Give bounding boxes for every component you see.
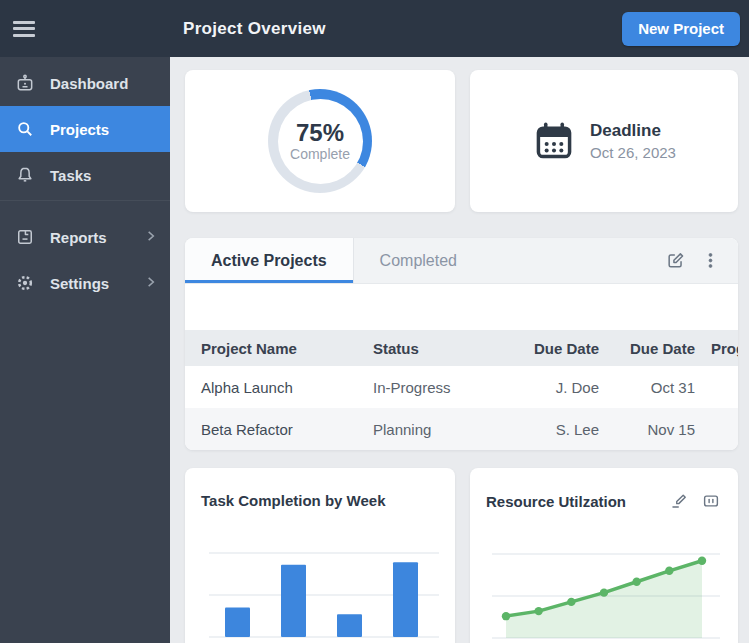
more-options-icon[interactable]: [701, 251, 720, 270]
bar-chart: [201, 519, 443, 642]
progress-card: 75% Complete: [185, 70, 455, 212]
deadline-date: Oct 26, 2023: [590, 144, 676, 161]
deadline-title: Deadline: [590, 121, 676, 141]
top-header: Project Overview New Project: [0, 0, 749, 57]
sidebar-item-projects[interactable]: Projects: [0, 106, 170, 152]
dashboard-icon: [15, 73, 35, 93]
column-header: Status: [365, 340, 513, 357]
progress-percent: 75%: [296, 120, 344, 145]
panel-spacer: [185, 284, 738, 330]
sidebar-item-label: Tasks: [50, 167, 91, 184]
page-title: Project Overview: [183, 19, 326, 39]
sidebar-item-reports[interactable]: Reports: [0, 214, 170, 260]
cell-project-name: Beta Refactor: [185, 421, 365, 438]
sidebar: Dashboard Projects Tasks Reports: [0, 57, 170, 643]
cell-project-name: Alpha Launch: [185, 379, 365, 396]
column-header: Project Name: [185, 340, 365, 357]
cell-due-date: Oct 31: [607, 379, 703, 396]
progress-label: Complete: [290, 146, 350, 162]
cell-progress: 80%: [703, 379, 738, 396]
column-header: Due Date: [513, 340, 607, 357]
task-completion-card: Task Completion by Week: [185, 468, 455, 643]
cell-due-date: Nov 15: [607, 421, 703, 438]
sidebar-item-label: Projects: [50, 121, 109, 138]
gear-icon: [15, 273, 35, 293]
edit-pencil-icon[interactable]: [670, 492, 688, 510]
chevron-right-icon: [144, 275, 158, 292]
main-content: 75% Complete: [170, 57, 749, 643]
sidebar-item-label: Settings: [50, 275, 109, 292]
cell-owner: S. Lee: [513, 421, 607, 438]
sidebar-item-label: Reports: [50, 229, 107, 246]
deadline-card: Deadline Oct 26, 2023: [470, 70, 738, 212]
calendar-icon: [532, 119, 576, 163]
projects-table: Project Name Status Due Date Due Date Pr…: [185, 330, 738, 450]
table-header-row: Project Name Status Due Date Due Date Pr…: [185, 330, 738, 366]
line-chart-title: Resource Utilzation: [486, 493, 626, 510]
new-project-button[interactable]: New Project: [622, 12, 740, 46]
sidebar-item-tasks[interactable]: Tasks: [0, 152, 170, 198]
table-row[interactable]: Beta Refactor Planning S. Lee Nov 15 30%: [185, 408, 738, 450]
table-row[interactable]: Alpha Launch In-Progress J. Doe Oct 31 8…: [185, 366, 738, 408]
column-header: Due Date: [607, 340, 703, 357]
cell-progress: 30%: [703, 421, 738, 438]
chevron-right-icon: [144, 229, 158, 246]
edit-icon[interactable]: [666, 251, 685, 270]
cell-status: Planning: [365, 421, 513, 438]
sidebar-item-dashboard[interactable]: Dashboard: [0, 60, 170, 106]
bar-chart-title: Task Completion by Week: [201, 492, 386, 509]
tab-completed[interactable]: Completed: [354, 238, 483, 283]
app-window: Project Overview New Project Dashboard P…: [0, 0, 749, 643]
hamburger-menu-icon[interactable]: [13, 17, 35, 40]
widget-icon[interactable]: [702, 492, 720, 510]
progress-ring: 75% Complete: [268, 89, 372, 193]
bell-icon: [15, 165, 35, 185]
search-icon: [15, 119, 35, 139]
sidebar-item-label: Dashboard: [50, 75, 128, 92]
cell-status: In-Progress: [365, 379, 513, 396]
sidebar-item-settings[interactable]: Settings: [0, 260, 170, 306]
tab-active-projects[interactable]: Active Projects: [185, 238, 354, 283]
report-icon: [15, 227, 35, 247]
projects-panel: Active Projects Completed Project Name S…: [185, 238, 738, 450]
sidebar-divider: [0, 200, 170, 214]
resource-utilization-card: Resource Utilzation: [470, 468, 738, 643]
tab-bar: Active Projects Completed: [185, 238, 738, 284]
line-chart: [486, 520, 726, 643]
column-header: Progress: [703, 340, 738, 357]
cell-owner: J. Doe: [513, 379, 607, 396]
